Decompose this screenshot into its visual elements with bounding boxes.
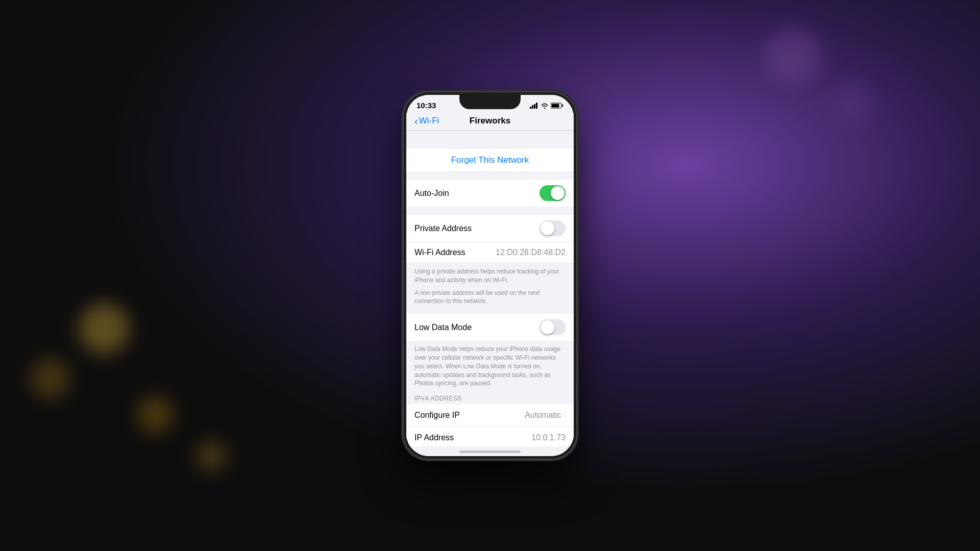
configure-ip-label: Configure IP bbox=[414, 411, 460, 420]
nav-back-label: Wi-Fi bbox=[419, 116, 439, 126]
wifi-address-label: Wi-Fi Address bbox=[414, 248, 465, 257]
home-indicator bbox=[406, 446, 574, 456]
ip-address-cell: IP Address 10.0.1.73 bbox=[406, 427, 574, 446]
svg-rect-0 bbox=[530, 107, 531, 109]
ipv4-group: Configure IP Automatic › IP Address 10.0… bbox=[406, 404, 574, 446]
wifi-status-icon bbox=[541, 103, 549, 109]
wifi-address-cell: Wi-Fi Address 12:D0:28:D8:48:D2 bbox=[406, 242, 574, 263]
private-address-note1: Using a private address helps reduce tra… bbox=[406, 263, 574, 289]
spacer-2 bbox=[406, 207, 574, 215]
private-address-toggle-knob bbox=[541, 221, 554, 235]
nav-title: Fireworks bbox=[470, 116, 510, 126]
auto-join-label: Auto-Join bbox=[414, 189, 449, 198]
low-data-note: Low Data Mode helps reduce your iPhone d… bbox=[406, 341, 574, 392]
settings-content: Forget This Network Auto-Join Private Ad… bbox=[406, 131, 574, 446]
ip-address-label: IP Address bbox=[414, 433, 454, 442]
spacer-1 bbox=[406, 171, 574, 180]
auto-join-toggle-knob bbox=[551, 186, 565, 200]
configure-ip-cell[interactable]: Configure IP Automatic › bbox=[406, 404, 574, 427]
ipv4-section-header: IPV4 ADDRESS bbox=[406, 392, 574, 404]
private-address-note2: A non-private address will be used on th… bbox=[406, 289, 574, 310]
auto-join-cell: Auto-Join bbox=[406, 180, 574, 207]
status-icons bbox=[530, 103, 564, 109]
forget-network-cell[interactable]: Forget This Network bbox=[406, 149, 574, 171]
low-data-cell: Low Data Mode bbox=[406, 314, 574, 341]
configure-ip-chevron: › bbox=[563, 411, 566, 419]
status-bar: 10:33 bbox=[406, 95, 574, 112]
private-address-cell: Private Address bbox=[406, 215, 574, 242]
spacer-3 bbox=[406, 310, 574, 314]
auto-join-group: Auto-Join bbox=[406, 180, 574, 207]
svg-rect-5 bbox=[562, 104, 563, 107]
notch bbox=[459, 95, 521, 109]
svg-rect-3 bbox=[536, 103, 537, 109]
spacer-top bbox=[406, 131, 574, 139]
svg-rect-2 bbox=[534, 104, 535, 109]
nav-bar: ‹ Wi-Fi Fireworks bbox=[406, 112, 574, 131]
status-time: 10:33 bbox=[416, 101, 436, 110]
home-bar bbox=[459, 450, 521, 453]
svg-rect-6 bbox=[552, 104, 559, 107]
svg-rect-1 bbox=[532, 105, 533, 109]
auto-join-toggle[interactable] bbox=[540, 185, 566, 201]
nav-back-button[interactable]: ‹ Wi-Fi bbox=[414, 116, 439, 126]
low-data-toggle[interactable] bbox=[540, 319, 566, 335]
low-data-label: Low Data Mode bbox=[414, 323, 472, 332]
private-address-toggle[interactable] bbox=[540, 220, 566, 236]
battery-icon bbox=[551, 103, 564, 109]
low-data-toggle-knob bbox=[541, 320, 554, 334]
private-address-label: Private Address bbox=[414, 224, 472, 233]
private-address-group: Private Address Wi-Fi Address 12:D0:28:D… bbox=[406, 215, 574, 263]
signal-icon bbox=[530, 103, 538, 109]
forget-network-label[interactable]: Forget This Network bbox=[451, 155, 529, 165]
ip-address-value: 10.0.1.73 bbox=[531, 433, 566, 442]
phone-frame: 10:33 bbox=[403, 92, 577, 459]
wifi-address-value: 12:D0:28:D8:48:D2 bbox=[496, 248, 566, 257]
forget-network-group: Forget This Network bbox=[406, 149, 574, 171]
back-chevron-icon: ‹ bbox=[414, 116, 418, 126]
phone-screen: 10:33 bbox=[406, 95, 574, 456]
low-data-group: Low Data Mode bbox=[406, 314, 574, 341]
configure-ip-value: Automatic › bbox=[525, 411, 566, 420]
